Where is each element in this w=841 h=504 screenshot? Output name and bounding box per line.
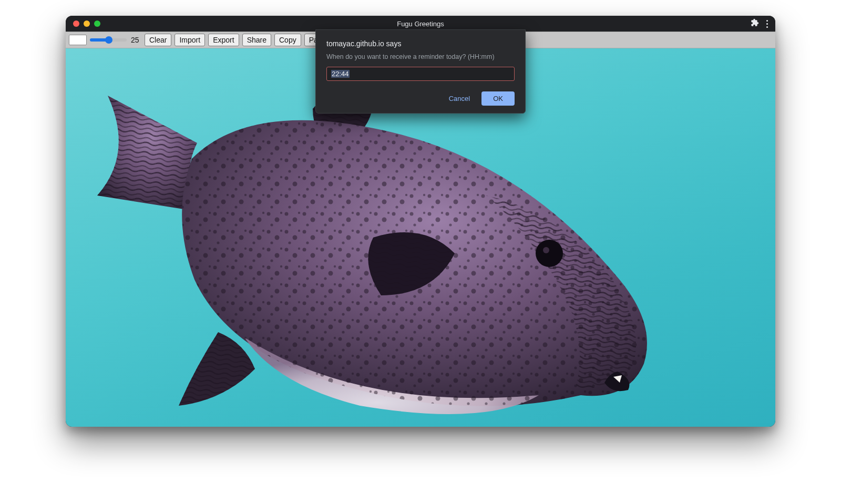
close-window-button[interactable]: [73, 20, 79, 27]
copy-button[interactable]: Copy: [274, 34, 301, 46]
clear-button[interactable]: Clear: [145, 34, 171, 46]
svg-point-5: [543, 247, 549, 253]
minimize-window-button[interactable]: [84, 20, 90, 27]
maximize-window-button[interactable]: [94, 20, 100, 27]
window-title: Fugu Greetings: [66, 20, 775, 28]
brush-size-value: 25: [131, 36, 141, 44]
color-swatch[interactable]: [69, 35, 87, 45]
app-window: Fugu Greetings 25 Clear Import Export Sh…: [66, 16, 775, 427]
prompt-origin: tomayac.github.io says: [326, 39, 515, 48]
window-controls: [66, 20, 100, 27]
overflow-menu-icon[interactable]: [766, 20, 768, 28]
fugu-image: [87, 85, 691, 421]
svg-point-4: [536, 240, 563, 267]
slider-thumb[interactable]: [105, 36, 112, 44]
share-button[interactable]: Share: [242, 34, 271, 46]
prompt-ok-button[interactable]: OK: [481, 91, 515, 106]
prompt-cancel-button[interactable]: Cancel: [445, 91, 474, 106]
prompt-input[interactable]: [326, 67, 515, 81]
prompt-message: When do you want to receive a reminder t…: [326, 53, 515, 60]
import-button[interactable]: Import: [175, 34, 205, 46]
js-prompt-dialog: tomayac.github.io says When do you want …: [315, 29, 526, 114]
export-button[interactable]: Export: [208, 34, 239, 46]
extensions-icon[interactable]: [751, 18, 759, 29]
brush-size-slider[interactable]: [90, 38, 127, 42]
